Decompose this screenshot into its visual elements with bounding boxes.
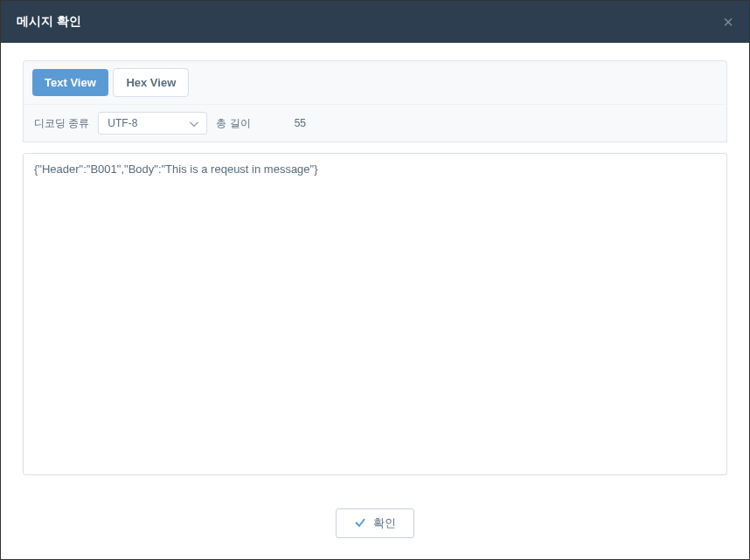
tabs-bar: Text View Hex View [23,60,727,104]
total-length-value: 55 [295,117,306,129]
decode-type-label: 디코딩 종류 [34,116,89,131]
message-confirm-modal: 메시지 확인 × Text View Hex View 디코딩 종류 UTF-8… [0,0,750,560]
decode-type-select[interactable]: UTF-8 [98,112,207,135]
ok-button[interactable]: 확인 [336,508,414,538]
controls-bar: 디코딩 종류 UTF-8 총 길이 55 [23,104,727,142]
message-content-textarea[interactable] [23,153,727,475]
message-content-wrap [23,153,727,475]
decode-type-select-wrap: UTF-8 [98,112,207,135]
modal-footer: 확인 [1,493,749,559]
modal-body: Text View Hex View 디코딩 종류 UTF-8 총 길이 55 [1,43,749,493]
check-icon [354,516,366,531]
close-icon[interactable]: × [723,13,733,31]
tab-hex-view[interactable]: Hex View [113,68,189,97]
modal-header: 메시지 확인 × [1,1,749,43]
modal-title: 메시지 확인 [17,14,81,30]
tab-text-view[interactable]: Text View [32,69,108,96]
total-length-label: 총 길이 [216,116,250,131]
ok-button-label: 확인 [373,515,396,531]
